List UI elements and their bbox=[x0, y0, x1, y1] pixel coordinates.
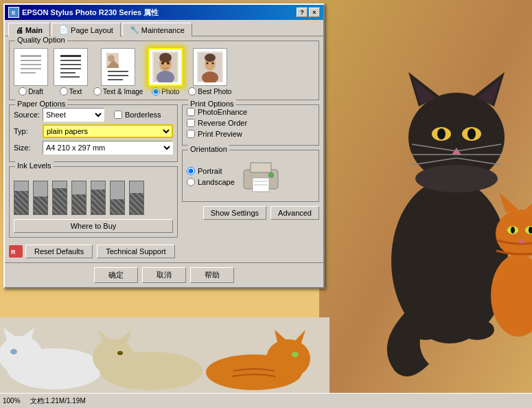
ink-bar-7 bbox=[129, 181, 144, 215]
dialog-title: EPSON Stylus Photo R230 Series 属性 bbox=[22, 8, 159, 18]
close-button[interactable]: × bbox=[309, 8, 320, 17]
landscape-label: Landscape bbox=[198, 178, 235, 186]
svg-point-76 bbox=[205, 54, 216, 62]
type-row: Typ: plain papers bbox=[14, 124, 173, 138]
svg-point-86 bbox=[270, 174, 273, 177]
tab-maintenance-label: Maintenance bbox=[141, 26, 185, 34]
svg-rect-81 bbox=[251, 163, 271, 172]
svg-point-10 bbox=[467, 128, 476, 139]
two-column-section: Paper Options Source: Sheet Borderless T… bbox=[9, 104, 319, 242]
quality-bestphoto-label: Best Photo bbox=[188, 87, 231, 95]
quality-text-text: Text bbox=[69, 88, 82, 95]
photo-enhance-checkbox[interactable] bbox=[187, 108, 195, 116]
landscape-radio[interactable] bbox=[187, 178, 195, 186]
bottom-cat-strip bbox=[0, 317, 329, 393]
help-dialog-button[interactable]: 帮助 bbox=[190, 267, 234, 283]
help-button[interactable]: ? bbox=[297, 8, 308, 17]
taskbar-zoom: 100% bbox=[3, 397, 21, 405]
svg-rect-49 bbox=[21, 64, 41, 65]
quality-draft[interactable]: Draft bbox=[14, 48, 48, 95]
reset-defaults-button[interactable]: Reset Defaults bbox=[25, 245, 93, 258]
photo-enhance-row: PhotoEnhance bbox=[187, 108, 314, 116]
taskbar-doc-info: 文档:1.21M/1.19M bbox=[30, 396, 86, 406]
quality-group: Quality Option bbox=[9, 41, 319, 100]
ink-bars-container bbox=[14, 174, 173, 215]
ink-group-label: Ink Levels bbox=[15, 161, 54, 170]
tab-maintenance[interactable]: 🔧 Maintenance bbox=[122, 23, 192, 36]
source-select[interactable]: Sheet bbox=[43, 108, 104, 122]
quality-textimage-label: Text & Image bbox=[93, 87, 143, 95]
borderless-checkbox[interactable] bbox=[114, 111, 122, 119]
svg-point-71 bbox=[161, 62, 164, 65]
print-preview-checkbox[interactable] bbox=[187, 130, 195, 138]
orientation-group: Orientation Portrait Landscape bbox=[182, 150, 319, 202]
quality-photo-radio[interactable] bbox=[152, 87, 160, 95]
portrait-radio[interactable] bbox=[187, 167, 195, 175]
taskbar: 100% 文档:1.21M/1.19M bbox=[0, 393, 532, 408]
title-buttons: ? × bbox=[297, 8, 320, 17]
svg-point-18 bbox=[415, 165, 498, 192]
paper-group-label: Paper Options bbox=[15, 100, 67, 108]
quality-text-radio[interactable] bbox=[60, 87, 68, 95]
tab-main-label: Main bbox=[25, 26, 43, 34]
main-dialog: E EPSON Stylus Photo R230 Series 属性 ? × … bbox=[3, 3, 325, 288]
source-label: Source: bbox=[14, 111, 40, 119]
advanced-button[interactable]: Advanced bbox=[270, 206, 319, 220]
print-preview-row: Print Preview bbox=[187, 130, 314, 138]
svg-rect-51 bbox=[21, 72, 36, 73]
quality-textimage-img bbox=[101, 48, 135, 86]
print-preview-label: Print Preview bbox=[198, 130, 242, 138]
quality-textimage[interactable]: Text & Image bbox=[93, 48, 143, 95]
technical-support-button[interactable]: Technical Support bbox=[97, 245, 174, 258]
quality-text-img bbox=[54, 48, 88, 86]
quality-bestphoto-img bbox=[193, 48, 227, 86]
printer-orientation-icon bbox=[240, 156, 281, 197]
svg-rect-65 bbox=[108, 79, 123, 80]
svg-rect-56 bbox=[60, 68, 81, 69]
quality-bestphoto-radio[interactable] bbox=[188, 87, 196, 95]
svg-rect-63 bbox=[108, 71, 128, 72]
svg-rect-48 bbox=[21, 60, 41, 61]
right-column: Print Options PhotoEnhance Reverse Order… bbox=[182, 104, 319, 242]
ink-bar-1 bbox=[14, 181, 29, 215]
dialog-content: Quality Option bbox=[5, 36, 323, 262]
ink-bar-4 bbox=[71, 181, 86, 215]
source-row: Source: Sheet Borderless bbox=[14, 108, 173, 122]
quality-textimage-radio[interactable] bbox=[93, 87, 102, 95]
tab-page-layout[interactable]: 📄 Page Layout bbox=[51, 23, 121, 36]
quality-photo[interactable]: Photo bbox=[148, 48, 183, 95]
quality-photo-text: Photo bbox=[161, 88, 179, 95]
svg-point-42 bbox=[266, 339, 310, 378]
type-select[interactable]: plain papers bbox=[43, 124, 173, 138]
ink-group: Ink Levels bbox=[9, 166, 178, 238]
svg-rect-54 bbox=[60, 60, 81, 61]
show-settings-button[interactable]: Show Settings bbox=[203, 206, 266, 220]
tab-page-layout-icon: 📄 bbox=[59, 25, 69, 34]
quality-bestphoto[interactable]: Best Photo bbox=[188, 48, 231, 95]
paper-group: Paper Options Source: Sheet Borderless T… bbox=[9, 104, 178, 162]
quality-text[interactable]: Text bbox=[54, 48, 88, 95]
quality-draft-radio[interactable] bbox=[19, 87, 27, 95]
cancel-button[interactable]: 取消 bbox=[142, 267, 186, 283]
quality-textimage-text: Text & Image bbox=[103, 88, 143, 95]
svg-point-9 bbox=[437, 128, 446, 139]
svg-rect-84 bbox=[254, 184, 268, 185]
svg-point-78 bbox=[206, 63, 208, 65]
svg-point-69 bbox=[159, 53, 172, 63]
size-select[interactable]: A4 210 x 297 mm bbox=[43, 141, 173, 155]
where-to-buy-button[interactable]: Where to Buy bbox=[14, 219, 173, 233]
svg-text:R: R bbox=[11, 249, 16, 256]
reset-icon: R bbox=[9, 245, 23, 258]
tab-main[interactable]: 🖨 Main bbox=[8, 23, 50, 36]
svg-point-25 bbox=[511, 227, 515, 234]
reverse-order-checkbox[interactable] bbox=[187, 119, 195, 127]
portrait-row: Portrait bbox=[187, 167, 235, 175]
quality-photo-label: Photo bbox=[152, 87, 179, 95]
title-bar: E EPSON Stylus Photo R230 Series 属性 ? × bbox=[5, 5, 323, 20]
ink-bar-3 bbox=[52, 181, 67, 215]
svg-point-32 bbox=[0, 336, 43, 374]
bottom-buttons: 确定 取消 帮助 bbox=[5, 262, 323, 287]
svg-point-72 bbox=[167, 62, 170, 65]
tab-main-icon: 🖨 bbox=[16, 26, 23, 34]
ok-button[interactable]: 确定 bbox=[94, 267, 138, 283]
